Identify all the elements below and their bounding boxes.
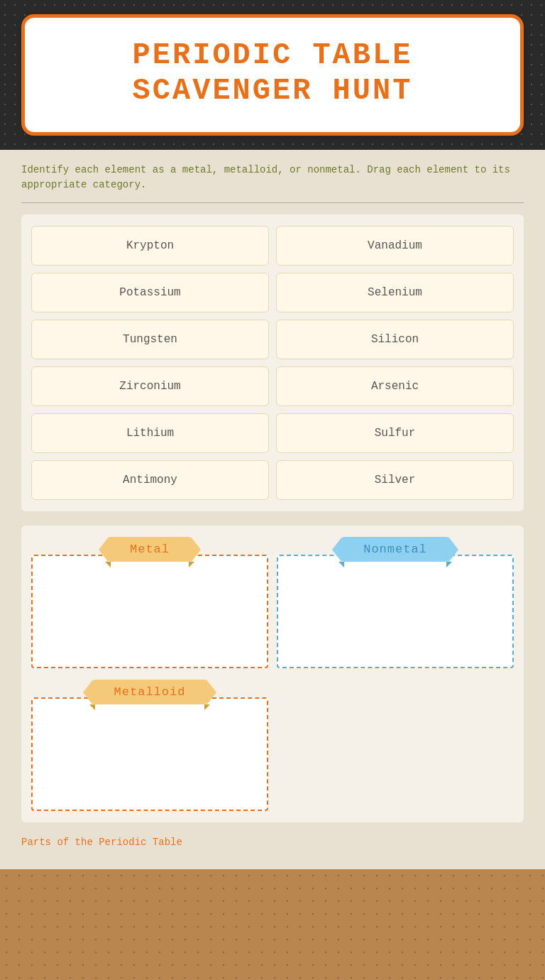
nonmetal-banner-inner: Nonmetal xyxy=(342,537,448,562)
nonmetal-banner-label: Nonmetal xyxy=(277,537,514,562)
metalloid-banner-label: Metalloid xyxy=(31,680,268,704)
element-arsenic[interactable]: Arsenic xyxy=(276,366,514,406)
element-sulfur[interactable]: Sulfur xyxy=(276,413,514,453)
element-silicon[interactable]: Silicon xyxy=(276,320,514,359)
element-zirconium[interactable]: Zirconium xyxy=(31,366,269,406)
nonmetal-drop-zone[interactable] xyxy=(277,555,514,668)
metalloid-banner-inner: Metalloid xyxy=(93,680,207,704)
header-section: PERIODIC TABLE SCAVENGER HUNT xyxy=(0,0,545,150)
metalloid-fold-left xyxy=(89,704,95,710)
element-lithium[interactable]: Lithium xyxy=(31,413,269,453)
metalloid-label: Metalloid xyxy=(114,685,186,699)
nonmetal-zone-wrapper: Nonmetal xyxy=(277,537,514,668)
divider xyxy=(21,202,524,203)
metal-fold-left xyxy=(105,562,111,567)
main-content: Identify each element as a metal, metall… xyxy=(0,150,545,869)
empty-bottom-right xyxy=(277,680,514,811)
element-selenium[interactable]: Selenium xyxy=(276,273,514,312)
metalloid-zone-wrapper: Metalloid xyxy=(31,680,268,811)
metalloid-banner-bg: Metalloid xyxy=(93,680,207,704)
metalloid-drop-zone[interactable] xyxy=(31,697,268,811)
elements-grid: Krypton Vanadium Potassium Selenium Tung… xyxy=(21,214,524,511)
drop-zones-bottom-row: Metalloid xyxy=(31,680,514,811)
metal-fold-right xyxy=(189,562,194,567)
footer-text: Parts of the Periodic Table xyxy=(21,837,524,848)
metal-zone-wrapper: Metal xyxy=(31,537,268,668)
metal-banner-inner: Metal xyxy=(109,537,191,562)
element-antimony[interactable]: Antimony xyxy=(31,460,269,500)
element-tungsten[interactable]: Tungsten xyxy=(31,320,269,359)
page-title: PERIODIC TABLE SCAVENGER HUNT xyxy=(39,38,506,109)
instruction-text: Identify each element as a metal, metall… xyxy=(21,163,524,192)
metal-banner-bg: Metal xyxy=(109,537,191,562)
element-silver[interactable]: Silver xyxy=(276,460,514,500)
nonmetal-fold-left xyxy=(338,562,344,567)
drop-zones-container: Metal Nonmetal xyxy=(21,526,524,822)
nonmetal-fold-right xyxy=(446,562,452,567)
nonmetal-label: Nonmetal xyxy=(363,543,427,556)
metal-banner-label: Metal xyxy=(31,537,268,562)
drop-zones-top-row: Metal Nonmetal xyxy=(31,537,514,668)
metal-drop-zone[interactable] xyxy=(31,555,268,668)
title-box: PERIODIC TABLE SCAVENGER HUNT xyxy=(21,14,524,136)
metalloid-fold-right xyxy=(204,704,210,710)
element-krypton[interactable]: Krypton xyxy=(31,226,269,266)
metal-label: Metal xyxy=(130,543,170,556)
nonmetal-banner-bg: Nonmetal xyxy=(342,537,448,562)
element-potassium[interactable]: Potassium xyxy=(31,273,269,312)
element-vanadium[interactable]: Vanadium xyxy=(276,226,514,266)
